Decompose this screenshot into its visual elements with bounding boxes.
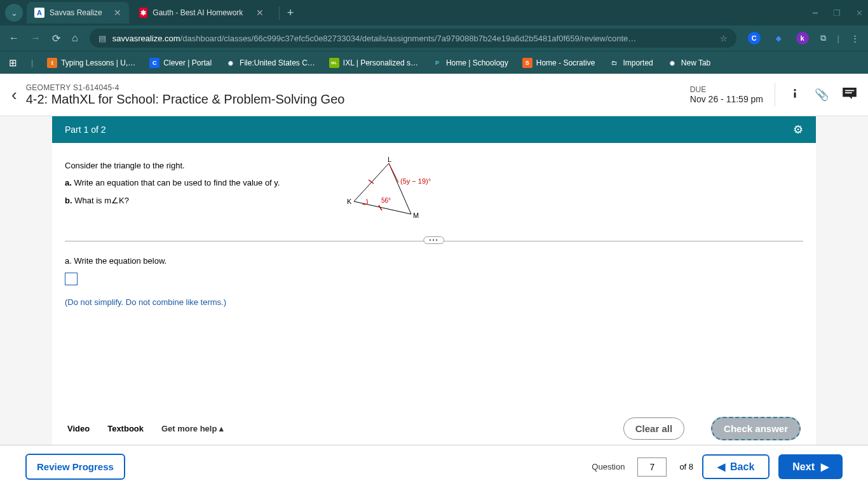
extension-icon[interactable]: C — [748, 32, 761, 44]
vertex-m-label: M — [413, 212, 419, 219]
assignment-header: ‹ GEOMETRY S1-614045-4 4-2: MathXL for S… — [0, 74, 868, 116]
apps-grid-icon[interactable]: ⊞ — [9, 57, 17, 69]
bookmarks-bar: ⊞ | tTyping Lessons | U,… CClever | Port… — [0, 51, 868, 74]
browser-toolbar: ← → ⟳ ⌂ ▤ savvasrealize.com/dashboard/cl… — [0, 25, 868, 51]
angle-interior-label: 56° — [381, 197, 391, 204]
pagination-footer: Review Progress Question of 8 ◀Back Next… — [0, 445, 868, 488]
caret-right-icon: ▶ — [821, 461, 829, 473]
bookmark-favicon-icon: t — [47, 58, 57, 68]
menu-icon[interactable]: ⋮ — [851, 34, 859, 43]
class-breadcrumb: GEOMETRY S1-614045-4 — [26, 83, 690, 92]
bookmark-item[interactable]: 🗀Imported — [609, 58, 653, 68]
vertex-l-label: L — [388, 157, 391, 163]
bookmark-favicon-icon: S — [522, 58, 532, 68]
forward-icon[interactable]: → — [31, 32, 41, 44]
svg-marker-6 — [354, 163, 411, 214]
close-icon[interactable]: ✕ — [256, 8, 264, 18]
due-value: Nov 26 - 11:59 pm — [690, 94, 763, 104]
address-bar[interactable]: ▤ savvasrealize.com/dashboard/classes/66… — [90, 29, 736, 48]
bookmark-favicon-icon: ◉ — [667, 58, 677, 68]
review-progress-button[interactable]: Review Progress — [25, 454, 125, 480]
answer-a-prompt: Write the equation below. — [74, 256, 166, 266]
question-total: of 8 — [679, 462, 693, 471]
info-icon[interactable] — [789, 88, 801, 102]
more-help-dropdown[interactable]: Get more help ▴ — [161, 424, 224, 433]
bookmark-item[interactable]: PHome | Schoology — [432, 58, 508, 68]
problem-area: Consider the triangle to the right. a. W… — [52, 143, 816, 412]
part-label: Part 1 of 2 — [65, 125, 106, 135]
next-button[interactable]: Next▶ — [778, 454, 843, 479]
tab-title: Savvas Realize — [50, 8, 102, 17]
part-a-text: Write an equation that can be used to fi… — [74, 178, 280, 187]
bookmark-item[interactable]: SHome - Socrative — [522, 58, 595, 68]
close-icon[interactable]: ✕ — [114, 8, 121, 18]
new-tab-button[interactable]: + — [279, 6, 302, 20]
problem-statement: Consider the triangle to the right. a. W… — [65, 157, 306, 227]
part-b-label: b. — [65, 196, 72, 205]
site-info-icon[interactable]: ▤ — [98, 34, 106, 43]
svg-line-7 — [389, 163, 398, 182]
svg-rect-1 — [794, 92, 796, 97]
angle-exterior-label: (5y − 19)° — [400, 177, 431, 185]
question-label: Question — [592, 462, 625, 471]
divider-handle-icon[interactable]: ••• — [423, 236, 444, 244]
extensions-icon[interactable]: ⧉ — [820, 33, 826, 43]
part-indicator-bar: Part 1 of 2 ⚙ — [52, 116, 816, 143]
bookmark-favicon-icon: ◉ — [226, 58, 236, 68]
caret-up-icon: ▴ — [219, 424, 224, 433]
attachment-icon[interactable]: 📎 — [815, 88, 829, 102]
main-content: Part 1 of 2 ⚙ Consider the triangle to t… — [0, 116, 868, 445]
svg-marker-3 — [848, 95, 851, 98]
minimize-icon[interactable]: ━ — [813, 8, 818, 18]
url-domain: savvasrealize.com — [112, 34, 180, 43]
check-answer-button[interactable]: Check answer — [711, 417, 801, 440]
answer-hint: (Do not simplify. Do not combine like te… — [65, 294, 803, 311]
equation-input[interactable] — [65, 273, 78, 285]
svg-rect-5 — [845, 92, 852, 93]
folder-icon: 🗀 — [609, 58, 619, 68]
problem-intro: Consider the triangle to the right. — [65, 157, 306, 174]
svg-rect-2 — [843, 88, 857, 97]
close-window-icon[interactable]: ✕ — [856, 8, 863, 18]
back-icon[interactable]: ← — [9, 32, 19, 44]
browser-tab[interactable]: ✱ Gauth - Best AI Homework Help ✕ — [132, 2, 271, 24]
help-toolbar: Video Textbook Get more help ▴ Clear all… — [52, 412, 816, 445]
home-icon[interactable]: ⌂ — [72, 32, 78, 44]
gear-icon[interactable]: ⚙ — [793, 123, 803, 137]
answer-a-label: a. — [65, 256, 72, 266]
bookmark-item[interactable]: IXLIXL | Personalized s… — [329, 58, 418, 68]
tab-search-dropdown[interactable]: ⌄ — [5, 4, 23, 22]
reload-icon[interactable]: ⟳ — [52, 32, 60, 44]
part-b-text: What is m∠K? — [74, 196, 129, 205]
due-label: DUE — [690, 85, 763, 94]
video-help-button[interactable]: Video — [67, 424, 90, 433]
bookmark-item[interactable]: tTyping Lessons | U,… — [47, 58, 135, 68]
back-button[interactable]: ◀Back — [702, 454, 770, 479]
part-a-label: a. — [65, 178, 72, 187]
tab-favicon-icon: A — [34, 8, 44, 18]
question-number-input[interactable] — [637, 458, 667, 477]
extension-shield-icon[interactable]: ◈ — [772, 32, 785, 44]
tab-title: Gauth - Best AI Homework Help — [153, 8, 244, 17]
restore-icon[interactable]: ❐ — [833, 8, 841, 18]
bookmark-item[interactable]: ◉File:United States C… — [226, 58, 315, 68]
browser-tab-strip: ⌄ A Savvas Realize ✕ ✱ Gauth - Best AI H… — [0, 0, 868, 25]
bookmark-item[interactable]: CClever | Portal — [149, 58, 212, 68]
svg-point-0 — [794, 89, 796, 91]
tab-favicon-icon: ✱ — [139, 8, 148, 18]
svg-rect-4 — [845, 90, 854, 91]
comments-icon[interactable] — [843, 88, 857, 102]
bookmark-favicon-icon: IXL — [329, 58, 339, 68]
back-button[interactable]: ‹ — [11, 85, 17, 105]
bookmark-item[interactable]: ◉New Tab — [667, 58, 710, 68]
extension-icon[interactable]: k — [796, 32, 809, 44]
bookmark-star-icon[interactable]: ☆ — [720, 34, 728, 43]
bookmark-favicon-icon: P — [432, 58, 442, 68]
textbook-help-button[interactable]: Textbook — [107, 424, 144, 433]
clear-all-button[interactable]: Clear all — [623, 417, 684, 440]
assignment-title: 4-2: MathXL for School: Practice & Probl… — [26, 92, 690, 107]
section-divider: ••• — [65, 241, 803, 241]
vertex-k-label: K — [347, 198, 352, 205]
triangle-diagram: L K M (5y − 19)° 56° — [344, 157, 459, 227]
browser-tab-active[interactable]: A Savvas Realize ✕ — [27, 2, 129, 24]
